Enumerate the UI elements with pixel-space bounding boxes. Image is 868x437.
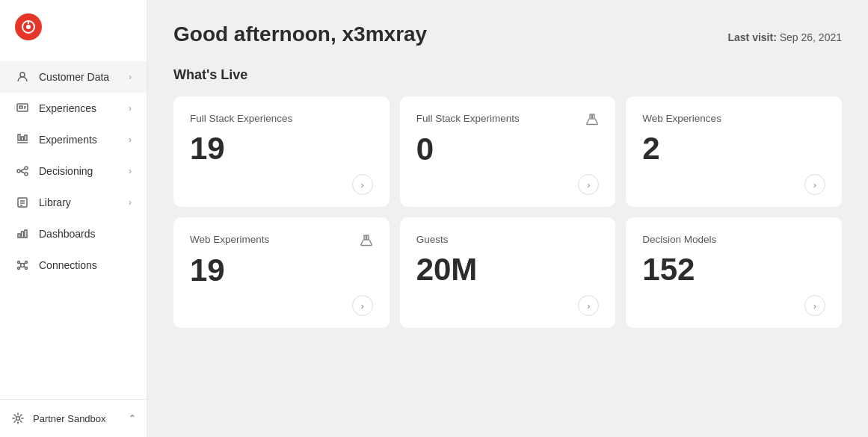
decisioning-icon (15, 164, 30, 179)
card-header: Full Stack Experiments (416, 113, 600, 126)
card-value: 19 (190, 131, 373, 166)
card-header: Decision Models (642, 234, 825, 245)
card-arrow-button[interactable]: › (352, 174, 373, 195)
sidebar-item-connections[interactable]: Connections (0, 250, 147, 281)
svg-line-31 (19, 267, 21, 268)
svg-line-32 (24, 267, 25, 268)
card-value: 152 (642, 252, 825, 287)
sidebar-item-dashboards[interactable]: Dashboards (0, 218, 147, 250)
footer-workspace[interactable]: Partner Sandbox ⌃ (0, 399, 147, 437)
card-title: Full Stack Experiences (190, 113, 292, 124)
flask-icon (585, 113, 599, 126)
card-footer: › (642, 174, 825, 195)
sidebar-item-experiences[interactable]: Experiences › (0, 93, 147, 124)
svg-point-12 (17, 170, 20, 173)
chevron-right-icon: › (129, 72, 132, 82)
svg-line-29 (19, 263, 21, 264)
svg-rect-9 (22, 137, 24, 140)
svg-rect-8 (18, 134, 20, 140)
card-footer: › (642, 295, 825, 316)
card-arrow-button[interactable]: › (578, 174, 599, 195)
chevron-right-icon: › (129, 197, 132, 208)
card-arrow-button[interactable]: › (578, 295, 599, 316)
svg-rect-23 (25, 230, 27, 238)
card-title: Web Experiences (642, 113, 721, 124)
chevron-right-icon: › (129, 103, 132, 114)
person-icon (15, 69, 30, 84)
last-visit-label: Last visit: (727, 31, 776, 43)
svg-rect-10 (25, 135, 27, 140)
last-visit-date: Sep 26, 2021 (780, 31, 842, 43)
card-footer: › (416, 295, 600, 316)
main-content: Good afternoon, x3mxray Last visit: Sep … (147, 0, 868, 437)
svg-point-13 (25, 167, 28, 170)
chevron-right-icon: › (129, 166, 132, 176)
svg-point-24 (21, 264, 25, 267)
sidebar-item-label: Experiences (39, 102, 129, 114)
svg-rect-22 (22, 232, 24, 238)
connections-icon (15, 258, 30, 273)
page-header: Good afternoon, x3mxray Last visit: Sep … (173, 22, 842, 46)
flask-icon (360, 234, 373, 247)
svg-rect-21 (18, 234, 20, 238)
card-arrow-button[interactable]: › (804, 174, 825, 195)
svg-line-30 (24, 263, 25, 264)
card-arrow-button[interactable]: › (804, 295, 825, 316)
sidebar-item-experiments[interactable]: Experiments › (0, 124, 147, 155)
sidebar-item-label: Library (39, 196, 129, 208)
chevron-right-icon: › (129, 134, 132, 145)
card-header: Web Experiments (190, 234, 373, 247)
sidebar-item-customer-data[interactable]: Customer Data › (0, 61, 147, 93)
card-web-experiments: Web Experiments 19 › (173, 217, 390, 328)
library-icon (15, 195, 30, 210)
workspace-label: Partner Sandbox (33, 413, 129, 424)
card-header: Guests (416, 234, 600, 245)
svg-rect-35 (593, 114, 595, 119)
chevron-up-icon: ⌃ (129, 413, 136, 424)
sidebar-item-label: Decisioning (39, 165, 129, 177)
card-value: 20M (416, 252, 600, 287)
experiences-icon (15, 101, 30, 116)
card-decision-models: Decision Models 152 › (626, 217, 842, 328)
greeting-text: Good afternoon, x3mxray (173, 22, 427, 46)
last-visit-info: Last visit: Sep 26, 2021 (727, 31, 842, 43)
svg-rect-36 (364, 235, 366, 240)
logo-area[interactable] (0, 0, 147, 54)
sidebar-item-decisioning[interactable]: Decisioning › (0, 155, 147, 187)
card-footer: › (190, 295, 373, 316)
svg-point-3 (20, 72, 25, 77)
card-footer: › (190, 174, 373, 195)
whats-live-title: What's Live (173, 67, 842, 83)
card-web-experiences: Web Experiences 2 › (626, 96, 842, 207)
app-logo (15, 13, 42, 40)
card-header: Web Experiences (642, 113, 825, 124)
card-title: Web Experiments (190, 234, 269, 245)
svg-point-14 (25, 173, 28, 176)
experiments-icon (15, 132, 30, 147)
sidebar-item-label: Dashboards (39, 228, 132, 240)
card-title: Full Stack Experiments (416, 113, 520, 124)
card-full-stack-experiments: Full Stack Experiments 0 › (400, 96, 616, 207)
svg-rect-34 (590, 114, 592, 119)
dashboards-icon (15, 226, 30, 241)
sidebar-item-library[interactable]: Library › (0, 187, 147, 218)
card-value: 0 (416, 132, 600, 167)
svg-line-16 (20, 171, 25, 173)
card-footer: › (416, 174, 600, 195)
svg-rect-37 (366, 235, 369, 240)
sidebar: Customer Data › Experiences › (0, 0, 147, 437)
card-value: 2 (642, 131, 825, 166)
svg-rect-5 (19, 106, 22, 108)
card-guests: Guests 20M › (400, 217, 616, 328)
svg-point-1 (26, 25, 31, 29)
nav-menu: Customer Data › Experiences › (0, 54, 147, 399)
card-title: Decision Models (642, 234, 716, 245)
card-title: Guests (416, 234, 449, 245)
card-arrow-button[interactable]: › (352, 295, 373, 316)
svg-line-15 (20, 169, 25, 171)
svg-point-33 (16, 417, 20, 421)
sidebar-item-label: Experiments (39, 134, 129, 146)
card-header: Full Stack Experiences (190, 113, 373, 124)
sidebar-item-label: Customer Data (39, 71, 129, 83)
live-cards-grid: Full Stack Experiences 19 › Full Stack E… (173, 96, 842, 328)
